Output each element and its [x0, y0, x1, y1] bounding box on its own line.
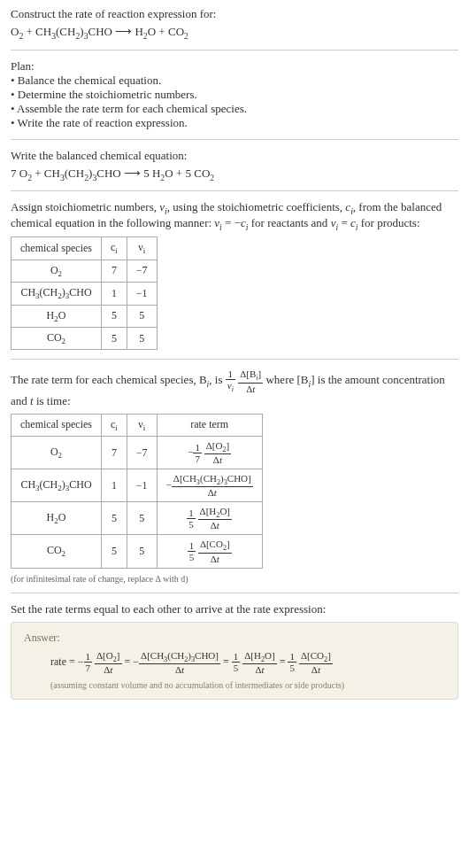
col-ci: ci — [101, 237, 127, 260]
cell-species: CH3(CH2)3CHO — [12, 469, 102, 502]
rate-term-table: chemical species ci νi rate term O2 7 −7… — [11, 414, 263, 569]
answer-note: (assuming constant volume and no accumul… — [50, 680, 445, 690]
divider — [11, 50, 458, 50]
unbalanced-equation: O2 + CH3(CH2)3CHO ⟶ H2O + CO2 — [11, 25, 458, 41]
cell-vi: −1 — [127, 469, 157, 502]
divider — [11, 190, 458, 191]
cell-species: O2 — [12, 260, 102, 282]
cell-rate: −Δ[CH3(CH2)3CHO]Δt — [157, 469, 262, 502]
col-vi: νi — [127, 237, 157, 260]
cell-vi: 5 — [127, 502, 157, 535]
table-row: O2 7 −7 −17 Δ[O2]Δt — [12, 436, 263, 469]
cell-species: CH3(CH2)3CHO — [12, 283, 102, 305]
assign-section: Assign stoichiometric numbers, νi, using… — [11, 200, 458, 350]
cell-ci: 1 — [101, 469, 127, 502]
stoichiometric-table: chemical species ci νi O2 7 −7 CH3(CH2)3… — [11, 236, 158, 350]
table-header-row: chemical species ci νi rate term — [12, 414, 263, 436]
cell-ci: 7 — [101, 260, 127, 282]
col-ci: ci — [101, 414, 127, 436]
balanced-equation: 7 O2 + CH3(CH2)3CHO ⟶ 5 H2O + 5 CO2 — [11, 167, 458, 182]
table-row: CO2 5 5 — [12, 327, 158, 349]
table-row: H2O 5 5 — [12, 305, 158, 327]
final-heading: Set the rate terms equal to each other t… — [11, 602, 458, 616]
denominator: Δt — [238, 384, 263, 394]
col-species: chemical species — [12, 414, 102, 436]
balanced-section: Write the balanced chemical equation: 7 … — [11, 149, 458, 182]
cell-rate: 15 Δ[H2O]Δt — [157, 502, 262, 535]
cell-vi: −7 — [127, 260, 157, 282]
rate-term-section: The rate term for each chemical species,… — [11, 368, 458, 583]
text-part: is time: — [34, 394, 71, 407]
cell-vi: 5 — [127, 535, 157, 568]
balanced-heading: Write the balanced chemical equation: — [11, 149, 458, 163]
final-section: Set the rate terms equal to each other t… — [11, 602, 458, 700]
prompt-text: Construct the rate of reaction expressio… — [11, 7, 458, 21]
table-row: CH3(CH2)3CHO 1 −1 −Δ[CH3(CH2)3CHO]Δt — [12, 469, 263, 502]
cell-species: O2 — [12, 436, 102, 469]
col-vi: νi — [127, 414, 157, 436]
numerator: 1 — [226, 368, 235, 380]
cell-species: CO2 — [12, 535, 102, 568]
cell-rate: −17 Δ[O2]Δt — [157, 436, 262, 469]
col-rate: rate term — [157, 414, 262, 436]
infinitesimal-note: (for infinitesimal rate of change, repla… — [11, 574, 458, 584]
divider — [11, 359, 458, 360]
plan-item: • Write the rate of reaction expression. — [11, 116, 458, 130]
table-row: CO2 5 5 15 Δ[CO2]Δt — [12, 535, 263, 568]
cell-ci: 1 — [101, 283, 127, 305]
cell-species: H2O — [12, 502, 102, 535]
cell-ci: 5 — [101, 502, 127, 535]
cell-species: CO2 — [12, 327, 102, 349]
cell-rate: 15 Δ[CO2]Δt — [157, 535, 262, 568]
cell-vi: 5 — [127, 305, 157, 327]
frac-1-over-vi: 1νi — [226, 368, 235, 393]
frac-delta-bi: Δ[Bi]Δt — [238, 368, 263, 393]
text-part: where [B — [263, 373, 308, 386]
assign-text: Assign stoichiometric numbers, νi, using… — [11, 200, 458, 231]
table-row: O2 7 −7 — [12, 260, 158, 282]
table-row: H2O 5 5 15 Δ[H2O]Δt — [12, 502, 263, 535]
text-part: The rate term for each chemical species,… — [11, 373, 207, 386]
cell-ci: 5 — [101, 535, 127, 568]
numerator: Δ[Bi] — [238, 368, 263, 383]
cell-ci: 5 — [101, 327, 127, 349]
col-species: chemical species — [12, 237, 102, 260]
table-row: CH3(CH2)3CHO 1 −1 — [12, 283, 158, 305]
rate-intro-text: The rate term for each chemical species,… — [11, 368, 458, 407]
intro-section: Construct the rate of reaction expressio… — [11, 7, 458, 41]
cell-ci: 5 — [101, 305, 127, 327]
cell-species: H2O — [12, 305, 102, 327]
divider — [11, 139, 458, 140]
divider — [11, 593, 458, 593]
plan-item: • Assemble the rate term for each chemic… — [11, 102, 458, 116]
cell-vi: −7 — [127, 436, 157, 469]
plan-section: Plan: • Balance the chemical equation. •… — [11, 59, 458, 130]
answer-label: Answer: — [24, 632, 445, 645]
cell-vi: −1 — [127, 283, 157, 305]
cell-vi: 5 — [127, 327, 157, 349]
plan-item: • Balance the chemical equation. — [11, 74, 458, 88]
answer-box: Answer: rate = −17 Δ[O2]Δt = −Δ[CH3(CH2)… — [11, 622, 458, 700]
denominator: νi — [226, 380, 235, 393]
table-header-row: chemical species ci νi — [12, 237, 158, 260]
cell-ci: 7 — [101, 436, 127, 469]
answer-equation: rate = −17 Δ[O2]Δt = −Δ[CH3(CH2)3CHO]Δt … — [50, 650, 445, 675]
text-part: , is — [209, 373, 225, 386]
plan-item: • Determine the stoichiometric numbers. — [11, 88, 458, 102]
plan-heading: Plan: — [11, 59, 458, 74]
